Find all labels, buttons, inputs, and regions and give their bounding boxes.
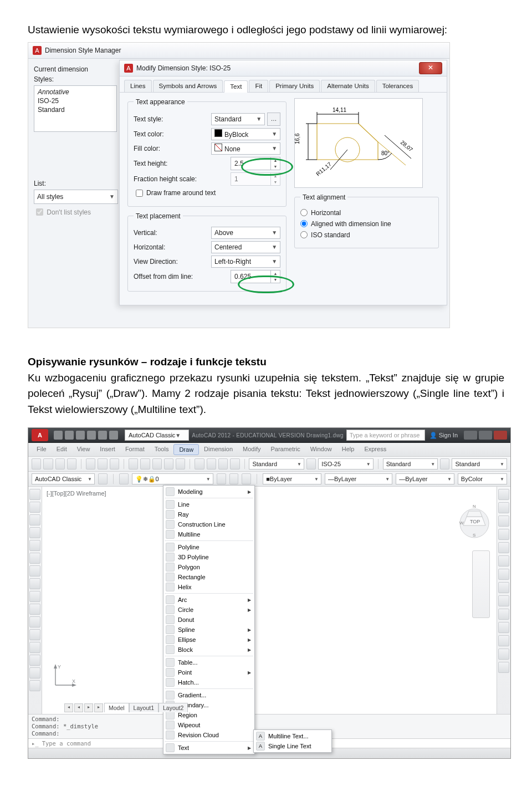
chevron-up-icon[interactable]: ▲ <box>271 271 280 277</box>
tab-lines[interactable]: Lines <box>124 80 152 92</box>
menu-item-spline[interactable]: Spline▶ <box>163 625 254 635</box>
toolbar-button[interactable] <box>498 502 509 513</box>
vertical-combo[interactable]: Above ▼ <box>211 227 280 239</box>
menu-item-hatch-[interactable]: Hatch... <box>163 677 254 687</box>
qat-icon[interactable] <box>87 431 96 440</box>
model-tab[interactable]: Model <box>104 703 129 712</box>
qat-icon[interactable] <box>76 431 85 440</box>
maximize-button[interactable] <box>479 431 492 440</box>
toolbar-button[interactable] <box>29 540 40 551</box>
menu-item-modeling[interactable]: Modeling▶ <box>163 487 254 497</box>
menu-item-3d-polyline[interactable]: 3D Polyline <box>163 552 254 562</box>
menu-dimension[interactable]: Dimension <box>199 444 238 455</box>
menu-item-circle[interactable]: Circle▶ <box>163 605 254 615</box>
menu-item-polygon[interactable]: Polygon <box>163 562 254 572</box>
toolbar-button[interactable] <box>207 458 216 470</box>
toolbar-button[interactable] <box>29 502 40 513</box>
menu-item-line[interactable]: Line <box>163 499 254 509</box>
toolbar-button[interactable] <box>164 458 173 470</box>
toolbar-button[interactable] <box>98 473 108 484</box>
menu-window[interactable]: Window <box>305 444 337 455</box>
menu-item-ellipse[interactable]: Ellipse▶ <box>163 635 254 645</box>
toolbar-button[interactable] <box>43 458 53 470</box>
toolbar-button[interactable] <box>29 553 40 564</box>
toolbar-button[interactable] <box>29 667 40 678</box>
menu-file[interactable]: File <box>32 444 52 455</box>
tab-text[interactable]: Text <box>224 80 248 93</box>
menu-item-polyline[interactable]: Polyline <box>163 542 254 552</box>
menu-item-multiline[interactable]: Multiline <box>163 529 254 539</box>
style-item[interactable]: Annotative <box>37 88 114 96</box>
linetype-combo[interactable]: — ByLayer▼ <box>325 473 392 484</box>
tab-tolerances[interactable]: Tolerances <box>376 80 420 92</box>
toolbar-button[interactable] <box>498 555 509 567</box>
minimize-button[interactable] <box>464 431 477 440</box>
menu-parametric[interactable]: Parametric <box>265 444 305 455</box>
toolbar-button[interactable] <box>498 516 509 527</box>
tab-nav-button[interactable]: ▸ <box>94 703 103 712</box>
menu-item-text[interactable]: Text▶ <box>163 743 254 753</box>
toolbar-button[interactable] <box>29 616 40 627</box>
menu-help[interactable]: Help <box>337 444 360 455</box>
toolbar-button[interactable] <box>29 514 40 525</box>
textstyle-combo[interactable]: Standard▼ <box>249 458 304 470</box>
toolbar-button[interactable] <box>29 489 40 500</box>
qat-icon[interactable] <box>109 431 118 440</box>
menu-insert[interactable]: Insert <box>95 444 120 455</box>
toolbar-button[interactable] <box>229 473 239 484</box>
toolbar-button[interactable] <box>29 642 40 653</box>
layer-combo[interactable]: 💡❄🔒 0▼ <box>132 473 213 484</box>
text-height-spinner[interactable]: 2.5 ▲▼ <box>231 157 280 170</box>
workspace-combo[interactable]: AutoCAD Classic▼ <box>125 430 189 441</box>
toolbar-button[interactable] <box>29 591 40 602</box>
menu-item-wipeout[interactable]: Wipeout <box>163 720 254 730</box>
toolbar-button[interactable] <box>110 458 119 470</box>
mleaderstyle-combo[interactable]: Standard▼ <box>452 458 507 470</box>
menu-edit[interactable]: Edit <box>52 444 72 455</box>
toolbar-button[interactable] <box>140 458 150 470</box>
style-item[interactable]: Standard <box>37 105 114 114</box>
toolbar-button[interactable] <box>230 458 239 470</box>
toolbar-button[interactable] <box>29 655 40 666</box>
menu-item-table-[interactable]: Table... <box>163 657 254 667</box>
signin-button[interactable]: 👤 Sign In <box>429 432 458 439</box>
toolbar-button[interactable] <box>306 458 316 470</box>
draw-frame-checkbox[interactable] <box>136 190 143 197</box>
toolbar-button[interactable] <box>29 629 40 640</box>
menu-item-multiline-text-[interactable]: AMultiline Text... <box>254 731 331 741</box>
alignment-iso[interactable]: ISO standard <box>300 231 433 239</box>
toolbar-button[interactable] <box>98 458 107 470</box>
toolbar-button[interactable] <box>152 458 162 470</box>
menu-item-donut[interactable]: Donut <box>163 615 254 625</box>
qat-icon[interactable] <box>65 431 74 440</box>
close-button[interactable]: ✕ <box>419 62 442 74</box>
menu-item-ray[interactable]: Ray <box>163 509 254 519</box>
layout1-tab[interactable]: Layout1 <box>129 703 158 712</box>
close-button[interactable] <box>494 431 507 440</box>
toolbar-button[interactable] <box>498 489 509 500</box>
chevron-down-icon[interactable]: ▼ <box>271 179 280 185</box>
chevron-down-icon[interactable]: ▼ <box>271 164 280 170</box>
toolbar-button[interactable] <box>55 458 65 470</box>
toolbar-button[interactable] <box>86 458 95 470</box>
toolbar-button[interactable] <box>129 458 138 470</box>
tab-nav-button[interactable]: ◂ <box>64 703 73 712</box>
alignment-aligned[interactable]: Aligned with dimension line <box>300 220 433 228</box>
toolbar-button[interactable] <box>218 458 228 470</box>
dimstyle-combo[interactable]: ISO-25▼ <box>318 458 374 470</box>
toolbar-button[interactable] <box>498 595 509 606</box>
toolbar-button[interactable] <box>498 569 509 580</box>
tab-primary-units[interactable]: Primary Units <box>269 80 320 92</box>
tab-nav-button[interactable]: ▸ <box>84 703 93 712</box>
toolbar-button[interactable] <box>29 604 40 615</box>
list-filter-combo[interactable]: All styles ▼ <box>34 190 118 204</box>
qat-icon[interactable] <box>98 431 107 440</box>
plotstyle-combo[interactable]: ByColor▼ <box>458 473 507 484</box>
menu-format[interactable]: Format <box>120 444 150 455</box>
menu-view[interactable]: View <box>72 444 95 455</box>
help-search-input[interactable]: Type a keyword or phrase <box>346 430 425 441</box>
qat-icon[interactable] <box>54 431 63 440</box>
text-color-combo[interactable]: ByBlock ▼ <box>211 128 280 140</box>
navigation-bar[interactable] <box>472 550 490 618</box>
tab-fit[interactable]: Fit <box>249 80 268 92</box>
